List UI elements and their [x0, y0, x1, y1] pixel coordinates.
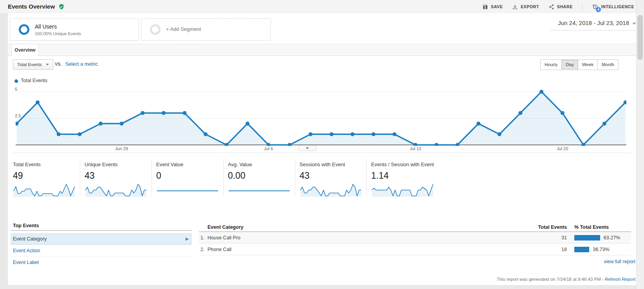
- scorecard-sparkline: [156, 183, 220, 197]
- x-axis-label: Jul 13: [410, 146, 421, 151]
- total-events-value: 18: [529, 244, 567, 255]
- event-category-link[interactable]: House Call Pro: [207, 232, 240, 244]
- verified-shield-icon: [58, 4, 65, 10]
- granularity-month[interactable]: Month: [598, 59, 619, 70]
- chevron-down-icon: [46, 64, 49, 65]
- arrow-right-icon: ▶: [186, 233, 189, 245]
- report-footer: This report was generated on 7/24/18 at …: [235, 277, 635, 282]
- segment-title: All Users: [35, 23, 57, 30]
- legend-dot-icon: [14, 79, 18, 83]
- scorecard-divider: [295, 159, 295, 196]
- scorecard-sparkline: [228, 183, 291, 197]
- chevron-down-icon: [306, 147, 309, 149]
- annotations-expander[interactable]: [298, 145, 316, 151]
- date-range-selector[interactable]: Jun 24, 2018 - Jul 23, 2018: [523, 20, 636, 30]
- top-events-item-label: Event Category: [13, 236, 47, 242]
- scorecard-label: Unique Events: [85, 162, 118, 167]
- scorecard-divider: [80, 159, 80, 196]
- scorecard-label: Sessions with Event: [299, 162, 345, 167]
- scorecard-value[interactable]: 1.14: [371, 171, 389, 181]
- percent-value: 36.73%: [593, 244, 609, 255]
- total-events-value: 31: [529, 232, 567, 244]
- scorecard-value[interactable]: 0.00: [228, 171, 245, 181]
- scorecard-divider: [152, 159, 152, 196]
- select-metric-link[interactable]: Select a metric: [65, 61, 98, 67]
- add-segment-button[interactable]: + Add Segment: [141, 18, 271, 41]
- scorecard-label: Events / Session with Event: [371, 162, 434, 167]
- scorecard-label: Avg. Value: [228, 162, 252, 167]
- granularity-week[interactable]: Week: [578, 59, 598, 70]
- toolbar-divider: [582, 3, 583, 11]
- y-axis-label: 5: [15, 87, 17, 92]
- top-events-header-rule: [11, 230, 192, 231]
- percent-bar: [574, 235, 600, 241]
- scrollbar-thumb[interactable]: [637, 15, 643, 60]
- share-button[interactable]: SHARE: [548, 4, 573, 10]
- percent-bar: [574, 247, 589, 252]
- column-header-total-events[interactable]: Total Events: [509, 224, 567, 230]
- segment-donut-icon: [19, 24, 29, 35]
- table-row: 2.Phone Call1836.73%: [199, 244, 631, 255]
- intelligence-badge: 4: [596, 7, 601, 12]
- column-header-pct-total-events[interactable]: % Total Events: [574, 224, 609, 230]
- top-events-item-event-action[interactable]: Event Action: [11, 245, 192, 257]
- scorecard-label: Event Value: [156, 162, 183, 167]
- chevron-down-icon: [632, 23, 636, 25]
- metric-dropdown[interactable]: Total Events: [13, 59, 53, 70]
- toolbar: SAVE EXPORT SHARE 4 INTELLIGENCE: [482, 0, 634, 13]
- top-events-item-label: Event Label: [13, 260, 39, 265]
- y-axis-label: 2.5: [15, 113, 21, 118]
- column-header-event-category[interactable]: Event Category: [207, 224, 244, 230]
- scorecard-sparkline: [371, 183, 435, 197]
- row-rank: 2.: [200, 244, 204, 255]
- save-icon: [482, 4, 488, 10]
- date-range-underline: [550, 30, 636, 31]
- top-events-item-event-label[interactable]: Event Label: [11, 257, 192, 268]
- scorecard-value[interactable]: 43: [85, 171, 95, 181]
- granularity-hourly[interactable]: Hourly: [540, 59, 562, 70]
- percent-value: 63.27%: [604, 232, 620, 244]
- tab-overview[interactable]: Overview: [11, 44, 39, 56]
- scorecard-label: Total Events: [13, 162, 41, 167]
- export-button[interactable]: EXPORT: [512, 4, 539, 10]
- scorecard-value[interactable]: 49: [13, 171, 23, 181]
- row-rank: 1.: [200, 232, 204, 244]
- events-overview-page: Events Overview SAVE EXPORT SHARE 4 INTE…: [0, 0, 644, 289]
- add-segment-donut-icon: [150, 24, 161, 35]
- granularity-day[interactable]: Day: [562, 59, 578, 70]
- vs-label: VS.: [55, 62, 62, 66]
- scorecard-sparkline: [13, 183, 76, 197]
- top-events-item-event-category[interactable]: Event Category▶: [11, 233, 192, 245]
- share-icon: [548, 4, 554, 10]
- table-row: 1.House Call Pro3163.27%: [199, 232, 631, 244]
- x-axis-label: Jun 29: [115, 146, 128, 151]
- scorecard-sparkline: [85, 183, 148, 197]
- page-title: Events Overview: [8, 3, 55, 10]
- top-events-title: Top Events: [13, 223, 39, 228]
- generated-text: This report was generated on 7/24/18 at …: [497, 277, 604, 282]
- scorecard-sparkline: [299, 183, 363, 197]
- refresh-report-link[interactable]: Refresh Report: [605, 277, 635, 282]
- chart-bottom-rule: [13, 153, 631, 153]
- granularity-switcher: HourlyDayWeekMonth: [540, 59, 619, 70]
- timeline-chart[interactable]: [16, 86, 626, 146]
- segment-card-all-users[interactable]: All Users 100.00% Unique Events: [10, 18, 139, 41]
- legend-label: Total Events: [21, 78, 47, 83]
- event-category-link[interactable]: Phone Call: [207, 244, 231, 255]
- save-button[interactable]: SAVE: [482, 4, 503, 10]
- intelligence-button[interactable]: 4 INTELLIGENCE: [592, 4, 634, 10]
- scorecard-divider: [366, 159, 367, 196]
- scorecard-divider: [223, 159, 224, 196]
- scorecard-value[interactable]: 0: [156, 171, 161, 181]
- download-icon: [512, 4, 518, 10]
- scorecard-value[interactable]: 43: [299, 171, 310, 181]
- top-events-item-label: Event Action: [13, 248, 40, 253]
- intelligence-icon: 4: [592, 4, 599, 10]
- x-axis-label: Jul 20: [557, 146, 568, 151]
- segment-subtitle: 100.00% Unique Events: [35, 31, 81, 36]
- x-axis-label: Jul 6: [264, 146, 273, 151]
- tab-strip: [8, 44, 636, 56]
- view-full-report-link[interactable]: view full report: [517, 259, 635, 264]
